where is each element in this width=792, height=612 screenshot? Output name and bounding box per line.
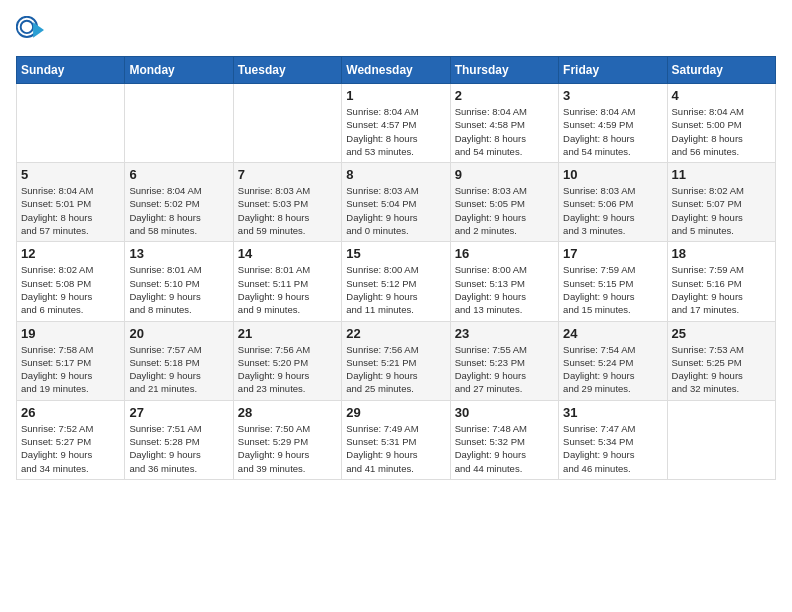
calendar-cell: 23Sunrise: 7:55 AM Sunset: 5:23 PM Dayli… — [450, 321, 558, 400]
day-number: 18 — [672, 246, 771, 261]
day-number: 2 — [455, 88, 554, 103]
day-info: Sunrise: 8:00 AM Sunset: 5:12 PM Dayligh… — [346, 263, 445, 316]
day-number: 31 — [563, 405, 662, 420]
day-number: 22 — [346, 326, 445, 341]
day-number: 1 — [346, 88, 445, 103]
day-info: Sunrise: 8:01 AM Sunset: 5:10 PM Dayligh… — [129, 263, 228, 316]
weekday-header: Friday — [559, 57, 667, 84]
day-number: 11 — [672, 167, 771, 182]
day-info: Sunrise: 7:54 AM Sunset: 5:24 PM Dayligh… — [563, 343, 662, 396]
day-info: Sunrise: 8:02 AM Sunset: 5:08 PM Dayligh… — [21, 263, 120, 316]
day-info: Sunrise: 8:04 AM Sunset: 4:58 PM Dayligh… — [455, 105, 554, 158]
day-info: Sunrise: 7:48 AM Sunset: 5:32 PM Dayligh… — [455, 422, 554, 475]
day-number: 16 — [455, 246, 554, 261]
calendar-cell: 1Sunrise: 8:04 AM Sunset: 4:57 PM Daylig… — [342, 84, 450, 163]
day-info: Sunrise: 7:51 AM Sunset: 5:28 PM Dayligh… — [129, 422, 228, 475]
day-info: Sunrise: 7:56 AM Sunset: 5:21 PM Dayligh… — [346, 343, 445, 396]
svg-marker-2 — [33, 22, 44, 38]
day-info: Sunrise: 7:58 AM Sunset: 5:17 PM Dayligh… — [21, 343, 120, 396]
calendar-cell: 6Sunrise: 8:04 AM Sunset: 5:02 PM Daylig… — [125, 163, 233, 242]
day-number: 29 — [346, 405, 445, 420]
calendar-cell: 15Sunrise: 8:00 AM Sunset: 5:12 PM Dayli… — [342, 242, 450, 321]
day-number: 19 — [21, 326, 120, 341]
day-info: Sunrise: 8:03 AM Sunset: 5:04 PM Dayligh… — [346, 184, 445, 237]
day-number: 6 — [129, 167, 228, 182]
day-info: Sunrise: 8:03 AM Sunset: 5:06 PM Dayligh… — [563, 184, 662, 237]
weekday-header: Monday — [125, 57, 233, 84]
day-info: Sunrise: 7:59 AM Sunset: 5:16 PM Dayligh… — [672, 263, 771, 316]
calendar-cell — [125, 84, 233, 163]
day-number: 5 — [21, 167, 120, 182]
calendar-cell: 20Sunrise: 7:57 AM Sunset: 5:18 PM Dayli… — [125, 321, 233, 400]
day-info: Sunrise: 8:04 AM Sunset: 5:01 PM Dayligh… — [21, 184, 120, 237]
day-number: 30 — [455, 405, 554, 420]
calendar-header: SundayMondayTuesdayWednesdayThursdayFrid… — [17, 57, 776, 84]
calendar-cell: 11Sunrise: 8:02 AM Sunset: 5:07 PM Dayli… — [667, 163, 775, 242]
day-number: 3 — [563, 88, 662, 103]
day-info: Sunrise: 7:53 AM Sunset: 5:25 PM Dayligh… — [672, 343, 771, 396]
day-info: Sunrise: 7:56 AM Sunset: 5:20 PM Dayligh… — [238, 343, 337, 396]
calendar-cell — [233, 84, 341, 163]
calendar-cell: 16Sunrise: 8:00 AM Sunset: 5:13 PM Dayli… — [450, 242, 558, 321]
day-number: 10 — [563, 167, 662, 182]
calendar-cell — [17, 84, 125, 163]
calendar-cell: 19Sunrise: 7:58 AM Sunset: 5:17 PM Dayli… — [17, 321, 125, 400]
day-number: 4 — [672, 88, 771, 103]
calendar-cell: 10Sunrise: 8:03 AM Sunset: 5:06 PM Dayli… — [559, 163, 667, 242]
day-info: Sunrise: 8:02 AM Sunset: 5:07 PM Dayligh… — [672, 184, 771, 237]
logo — [16, 16, 48, 44]
calendar-cell: 2Sunrise: 8:04 AM Sunset: 4:58 PM Daylig… — [450, 84, 558, 163]
day-number: 12 — [21, 246, 120, 261]
day-info: Sunrise: 8:01 AM Sunset: 5:11 PM Dayligh… — [238, 263, 337, 316]
day-number: 27 — [129, 405, 228, 420]
day-info: Sunrise: 8:04 AM Sunset: 4:57 PM Dayligh… — [346, 105, 445, 158]
day-info: Sunrise: 8:04 AM Sunset: 5:00 PM Dayligh… — [672, 105, 771, 158]
day-info: Sunrise: 7:50 AM Sunset: 5:29 PM Dayligh… — [238, 422, 337, 475]
day-info: Sunrise: 8:04 AM Sunset: 5:02 PM Dayligh… — [129, 184, 228, 237]
calendar-cell: 3Sunrise: 8:04 AM Sunset: 4:59 PM Daylig… — [559, 84, 667, 163]
day-info: Sunrise: 7:49 AM Sunset: 5:31 PM Dayligh… — [346, 422, 445, 475]
calendar-cell: 26Sunrise: 7:52 AM Sunset: 5:27 PM Dayli… — [17, 400, 125, 479]
day-number: 26 — [21, 405, 120, 420]
calendar-cell: 18Sunrise: 7:59 AM Sunset: 5:16 PM Dayli… — [667, 242, 775, 321]
calendar-cell: 29Sunrise: 7:49 AM Sunset: 5:31 PM Dayli… — [342, 400, 450, 479]
calendar-cell: 12Sunrise: 8:02 AM Sunset: 5:08 PM Dayli… — [17, 242, 125, 321]
calendar-cell: 21Sunrise: 7:56 AM Sunset: 5:20 PM Dayli… — [233, 321, 341, 400]
day-number: 13 — [129, 246, 228, 261]
weekday-header: Thursday — [450, 57, 558, 84]
day-info: Sunrise: 7:47 AM Sunset: 5:34 PM Dayligh… — [563, 422, 662, 475]
day-number: 17 — [563, 246, 662, 261]
day-number: 8 — [346, 167, 445, 182]
weekday-header: Tuesday — [233, 57, 341, 84]
calendar-week-row: 26Sunrise: 7:52 AM Sunset: 5:27 PM Dayli… — [17, 400, 776, 479]
day-info: Sunrise: 7:59 AM Sunset: 5:15 PM Dayligh… — [563, 263, 662, 316]
calendar-cell: 4Sunrise: 8:04 AM Sunset: 5:00 PM Daylig… — [667, 84, 775, 163]
day-info: Sunrise: 8:04 AM Sunset: 4:59 PM Dayligh… — [563, 105, 662, 158]
day-number: 14 — [238, 246, 337, 261]
calendar-cell: 27Sunrise: 7:51 AM Sunset: 5:28 PM Dayli… — [125, 400, 233, 479]
calendar-cell: 13Sunrise: 8:01 AM Sunset: 5:10 PM Dayli… — [125, 242, 233, 321]
calendar-cell: 5Sunrise: 8:04 AM Sunset: 5:01 PM Daylig… — [17, 163, 125, 242]
weekday-header: Sunday — [17, 57, 125, 84]
day-number: 24 — [563, 326, 662, 341]
calendar-cell: 14Sunrise: 8:01 AM Sunset: 5:11 PM Dayli… — [233, 242, 341, 321]
calendar-cell: 17Sunrise: 7:59 AM Sunset: 5:15 PM Dayli… — [559, 242, 667, 321]
day-number: 28 — [238, 405, 337, 420]
calendar-week-row: 12Sunrise: 8:02 AM Sunset: 5:08 PM Dayli… — [17, 242, 776, 321]
calendar-cell — [667, 400, 775, 479]
day-info: Sunrise: 8:03 AM Sunset: 5:05 PM Dayligh… — [455, 184, 554, 237]
day-info: Sunrise: 8:03 AM Sunset: 5:03 PM Dayligh… — [238, 184, 337, 237]
day-number: 15 — [346, 246, 445, 261]
day-info: Sunrise: 7:52 AM Sunset: 5:27 PM Dayligh… — [21, 422, 120, 475]
day-number: 20 — [129, 326, 228, 341]
calendar-cell: 25Sunrise: 7:53 AM Sunset: 5:25 PM Dayli… — [667, 321, 775, 400]
calendar-table: SundayMondayTuesdayWednesdayThursdayFrid… — [16, 56, 776, 480]
day-number: 21 — [238, 326, 337, 341]
calendar-cell: 31Sunrise: 7:47 AM Sunset: 5:34 PM Dayli… — [559, 400, 667, 479]
calendar-week-row: 1Sunrise: 8:04 AM Sunset: 4:57 PM Daylig… — [17, 84, 776, 163]
calendar-cell: 7Sunrise: 8:03 AM Sunset: 5:03 PM Daylig… — [233, 163, 341, 242]
weekday-header: Wednesday — [342, 57, 450, 84]
day-number: 25 — [672, 326, 771, 341]
page-header — [16, 16, 776, 44]
day-number: 9 — [455, 167, 554, 182]
